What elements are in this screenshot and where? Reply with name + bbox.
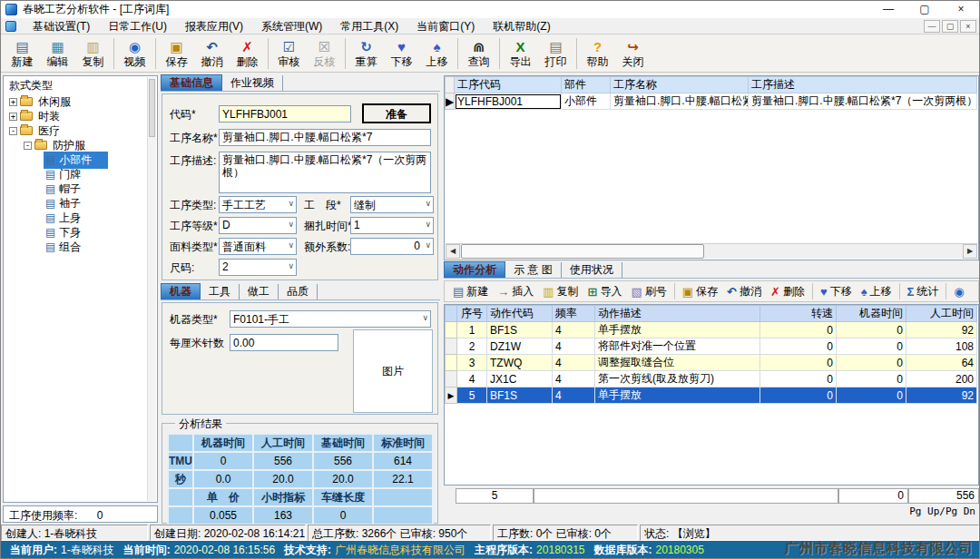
- move-down-button[interactable]: ♥下移: [384, 39, 419, 68]
- table-row[interactable]: 2 DZ1W 4 将部件对准一个位置 0 0 108: [446, 338, 977, 355]
- cell-labor-time[interactable]: 200: [906, 371, 977, 387]
- mdi-close-button[interactable]: ×: [960, 20, 976, 33]
- menu-report-app[interactable]: 报表应用(V): [176, 18, 252, 34]
- action-copy-button[interactable]: ▥复制: [543, 284, 578, 299]
- scroll-right-icon[interactable]: ▶: [963, 244, 977, 259]
- table-row[interactable]: 3 TZWQ 4 调整握取缝合位 0 0 64: [446, 355, 977, 371]
- tab-diagram[interactable]: 示 意 图: [505, 262, 562, 278]
- column-header-action-code[interactable]: 动作代码: [487, 306, 553, 322]
- process-name-input[interactable]: [219, 129, 431, 146]
- action-video-button[interactable]: ◉: [954, 285, 966, 299]
- video-button[interactable]: ◉视频: [117, 39, 152, 68]
- cell-action-code[interactable]: JX1C: [487, 371, 553, 387]
- new-button[interactable]: ▤新建: [5, 39, 40, 68]
- size-select[interactable]: 2∨: [219, 259, 297, 276]
- menu-current-window[interactable]: 当前窗口(Y): [407, 18, 484, 34]
- scrollbar-thumb[interactable]: [149, 79, 155, 137]
- recalculate-button[interactable]: ↻重算: [348, 39, 384, 68]
- tab-basic-info[interactable]: 基础信息: [161, 74, 222, 91]
- cell-speed[interactable]: 0: [760, 322, 837, 338]
- menu-basic-settings[interactable]: 基础设置(T): [24, 18, 99, 34]
- process-grade-select[interactable]: D∨: [219, 217, 297, 234]
- column-header-process-code[interactable]: 工序代码: [455, 77, 562, 93]
- cell-action-desc[interactable]: 第一次剪线(取及放剪刀): [595, 371, 760, 387]
- expand-icon[interactable]: -: [24, 142, 32, 150]
- close-button[interactable]: ×: [943, 1, 979, 18]
- edit-button[interactable]: ▦编辑: [40, 39, 75, 68]
- move-up-button[interactable]: ♠上移: [419, 39, 455, 68]
- action-move-up-button[interactable]: ♠上移: [861, 284, 892, 299]
- column-header-action-desc[interactable]: 动作描述: [595, 306, 760, 322]
- code-input[interactable]: [219, 105, 351, 123]
- cell-frequency[interactable]: 4: [553, 371, 595, 387]
- cell-no[interactable]: 4: [457, 371, 487, 387]
- cell-machine-time[interactable]: 0: [837, 355, 906, 371]
- cell-machine-time[interactable]: 0: [837, 371, 906, 387]
- tab-tools[interactable]: 工具: [201, 284, 240, 299]
- cell-speed[interactable]: 0: [760, 371, 837, 387]
- work-section-select[interactable]: 缝制∨: [350, 196, 434, 213]
- delete-button[interactable]: ✗删除: [230, 39, 265, 68]
- copy-button[interactable]: ▥复制: [75, 39, 111, 68]
- tab-machine[interactable]: 机器: [161, 283, 201, 299]
- search-button[interactable]: ⋒查询: [461, 39, 496, 68]
- tree-scrollbar[interactable]: [147, 77, 156, 501]
- help-button[interactable]: ?帮助: [580, 39, 615, 68]
- fabric-type-select[interactable]: 普通面料∨: [219, 238, 297, 255]
- menu-daily-work[interactable]: 日常工作(U): [99, 18, 176, 34]
- extra-factor-select[interactable]: 0∨: [350, 238, 434, 255]
- process-desc-textarea[interactable]: 剪量袖口.脚口.中腰.幅口松紧*7（一次剪两根）: [219, 152, 431, 193]
- scroll-left-icon[interactable]: ◀: [446, 244, 460, 259]
- cell-machine-time[interactable]: 0: [837, 322, 906, 338]
- menu-common-tools[interactable]: 常用工具(X): [331, 18, 407, 34]
- cell-labor-time[interactable]: 64: [906, 355, 977, 371]
- cell-action-code[interactable]: TZWQ: [487, 355, 553, 371]
- column-header-speed[interactable]: 转速: [760, 306, 837, 322]
- column-header-machine-time[interactable]: 机器时间: [837, 306, 906, 322]
- tree-item-fashion[interactable]: +时装: [4, 109, 157, 123]
- export-button[interactable]: X导出: [503, 39, 538, 68]
- tab-quality[interactable]: 品质: [279, 284, 318, 299]
- bundle-time-select[interactable]: 1∨: [350, 217, 434, 234]
- column-header-frequency[interactable]: 频率: [553, 306, 595, 322]
- action-save-button[interactable]: ▣保存: [682, 284, 718, 299]
- undo-button[interactable]: ↶撤消: [194, 39, 230, 68]
- machine-type-select[interactable]: F0101-手工∨: [230, 310, 431, 328]
- print-button[interactable]: ▤打印: [538, 39, 573, 68]
- cell-part[interactable]: 小部件: [562, 93, 611, 110]
- stitches-per-cm-input[interactable]: [230, 334, 338, 351]
- cell-labor-time[interactable]: 108: [906, 338, 977, 355]
- cell-action-desc[interactable]: 单手摆放: [595, 387, 760, 404]
- action-import-button[interactable]: ⊞导入: [588, 284, 622, 299]
- cell-process-name[interactable]: 剪量袖口.脚口.中腰.幅口松紧*7: [611, 93, 749, 110]
- close-window-button[interactable]: ↪关闭: [615, 39, 651, 68]
- expand-icon[interactable]: +: [9, 113, 17, 121]
- cell-action-code[interactable]: DZ1W: [487, 338, 553, 355]
- menu-online-help[interactable]: 联机帮助(Z): [484, 18, 559, 34]
- cell-labor-time[interactable]: 92: [906, 322, 977, 338]
- table-row[interactable]: ▶ YLFHFBJ001 小部件 剪量袖口.脚口.中腰.幅口松紧*7 剪量袖口.…: [446, 93, 977, 110]
- audit-button[interactable]: ☑审核: [271, 39, 307, 68]
- menu-system-management[interactable]: 系统管理(W): [252, 18, 331, 34]
- column-header-process-name[interactable]: 工序名称: [611, 77, 749, 93]
- process-type-select[interactable]: 手工工艺∨: [219, 196, 297, 213]
- mdi-restore-button[interactable]: ▢: [942, 20, 958, 33]
- cell-process-desc[interactable]: 剪量袖口.脚口.中腰.幅口松紧*7（一次剪两根）: [749, 93, 977, 110]
- tab-action-analysis[interactable]: 动作分析: [444, 261, 505, 278]
- action-statistics-button[interactable]: Σ统计: [907, 284, 939, 299]
- cell-machine-time[interactable]: 0: [837, 338, 906, 355]
- expand-icon[interactable]: +: [9, 98, 17, 106]
- cell-action-code[interactable]: BF1S: [487, 387, 553, 404]
- cell-no[interactable]: 3: [457, 355, 487, 371]
- tab-workmanship[interactable]: 做工: [240, 284, 279, 299]
- tree-item-combination[interactable]: ▤组合: [4, 240, 157, 254]
- tab-work-video[interactable]: 作业视频: [222, 75, 283, 91]
- save-button[interactable]: ▣保存: [159, 39, 194, 68]
- action-move-down-button[interactable]: ♥下移: [820, 284, 852, 299]
- column-header-no[interactable]: 序号: [457, 306, 487, 322]
- cell-action-code[interactable]: BF1S: [487, 322, 553, 338]
- cell-labor-time[interactable]: 92: [906, 387, 977, 404]
- tree-item-casualwear[interactable]: +休闲服: [4, 94, 157, 109]
- mdi-minimize-button[interactable]: —: [924, 20, 940, 33]
- action-new-button[interactable]: ▤新建: [453, 284, 488, 299]
